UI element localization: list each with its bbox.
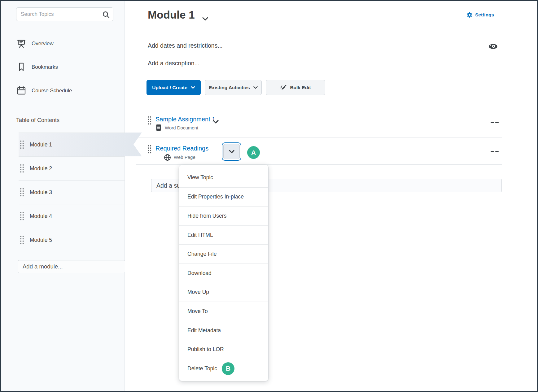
settings-label: Settings xyxy=(475,12,494,18)
drag-handle-icon[interactable] xyxy=(20,211,24,221)
menu-item-view-topic[interactable]: View Topic xyxy=(179,168,268,187)
globe-icon xyxy=(164,154,171,161)
module-label: Module 4 xyxy=(30,213,52,220)
sidebar-item-label: Overview xyxy=(32,41,54,47)
topic-context-menu: View Topic Edit Properties In-place Hide… xyxy=(179,165,269,381)
sidebar-item-overview[interactable]: Overview xyxy=(16,38,54,50)
add-dates-button[interactable]: Add dates and restrictions... xyxy=(148,42,223,49)
menu-item-delete-topic[interactable]: Delete Topic B xyxy=(179,359,268,378)
chevron-down-icon xyxy=(191,86,195,89)
page-title: Module 1 xyxy=(148,9,195,21)
completion-dashes xyxy=(489,122,499,123)
sidebar-item-module-1[interactable]: Module 1 xyxy=(19,133,125,156)
sidebar-item-module-4[interactable]: Module 4 xyxy=(19,204,125,228)
module-label: Module 3 xyxy=(30,189,52,196)
module-label: Module 1 xyxy=(30,142,52,148)
upload-create-label: Upload / Create xyxy=(152,85,187,90)
search-box xyxy=(16,7,113,21)
add-module-box xyxy=(18,260,125,273)
add-module-input[interactable] xyxy=(18,260,125,273)
bulk-edit-button[interactable]: Bulk Edit xyxy=(266,80,325,95)
menu-item-edit-properties-in-place[interactable]: Edit Properties In-place xyxy=(179,187,268,207)
sidebar-item-label: Bookmarks xyxy=(32,64,58,70)
annotation-badge-b: B xyxy=(222,362,234,375)
menu-item-publish-to-lor[interactable]: Publish to LOR xyxy=(179,340,268,359)
topic-link-required-readings[interactable]: Required Readings xyxy=(155,145,208,152)
module-label: Module 5 xyxy=(30,237,52,243)
bookmark-icon xyxy=(16,62,27,72)
search-input[interactable] xyxy=(16,8,113,21)
menu-item-change-file[interactable]: Change File xyxy=(179,244,268,264)
presentation-screen-icon xyxy=(16,38,27,49)
search-icon[interactable] xyxy=(102,11,110,19)
sidebar-item-module-2[interactable]: Module 2 xyxy=(19,156,125,180)
annotation-badge-a: A xyxy=(247,146,260,159)
add-description-button[interactable]: Add a description... xyxy=(148,60,199,67)
existing-activities-label: Existing Activities xyxy=(209,85,250,90)
menu-item-download[interactable]: Download xyxy=(179,264,268,283)
upload-create-button[interactable]: Upload / Create xyxy=(147,80,201,95)
sidebar-item-bookmarks[interactable]: Bookmarks xyxy=(16,61,58,73)
bulk-edit-label: Bulk Edit xyxy=(290,85,311,90)
menu-item-edit-html[interactable]: Edit HTML xyxy=(179,225,268,245)
document-icon xyxy=(156,124,161,131)
content-page: Overview Bookmarks Course Schedule Table… xyxy=(0,0,538,392)
pencil-icon xyxy=(280,84,286,91)
module-title-dropdown-icon[interactable] xyxy=(202,17,208,21)
divider xyxy=(136,137,502,137)
topic-context-menu-button[interactable] xyxy=(222,142,241,161)
drag-handle-icon[interactable] xyxy=(20,164,24,173)
drag-handle-icon[interactable] xyxy=(20,188,24,197)
calendar-icon xyxy=(16,85,27,96)
sidebar: Overview Bookmarks Course Schedule Table… xyxy=(0,0,125,392)
divider xyxy=(19,252,125,252)
settings-button[interactable]: Settings xyxy=(466,12,494,18)
topic-type-label: Web Page xyxy=(174,155,195,160)
sidebar-item-module-5[interactable]: Module 5 xyxy=(19,228,125,252)
sidebar-item-course-schedule[interactable]: Course Schedule xyxy=(16,85,72,97)
topic-dropdown-icon[interactable] xyxy=(213,120,219,124)
drag-handle-icon[interactable] xyxy=(20,235,24,245)
sidebar-item-module-3[interactable]: Module 3 xyxy=(19,180,125,204)
drag-handle-icon[interactable] xyxy=(147,116,152,125)
existing-activities-button[interactable]: Existing Activities xyxy=(205,80,262,95)
drag-handle-icon[interactable] xyxy=(147,145,152,154)
menu-item-move-to[interactable]: Move To xyxy=(179,302,268,321)
toc-heading: Table of Contents xyxy=(16,117,59,124)
gear-icon xyxy=(466,12,473,18)
sidebar-item-label: Course Schedule xyxy=(32,88,72,94)
drag-handle-icon[interactable] xyxy=(20,140,24,149)
module-label: Module 2 xyxy=(30,165,52,172)
eye-icon[interactable] xyxy=(488,43,498,50)
menu-item-edit-metadata[interactable]: Edit Metadata xyxy=(179,321,268,340)
menu-item-hide-from-users[interactable]: Hide from Users xyxy=(179,206,268,225)
chevron-down-icon xyxy=(223,144,240,159)
topic-type-label: Word Document xyxy=(165,125,198,130)
menu-item-move-up[interactable]: Move Up xyxy=(179,283,268,302)
completion-dashes xyxy=(489,151,499,152)
topic-link-sample-assignment[interactable]: Sample Assignment 1 xyxy=(155,116,215,123)
chevron-down-icon xyxy=(253,86,258,89)
menu-item-label: Delete Topic xyxy=(187,365,217,372)
